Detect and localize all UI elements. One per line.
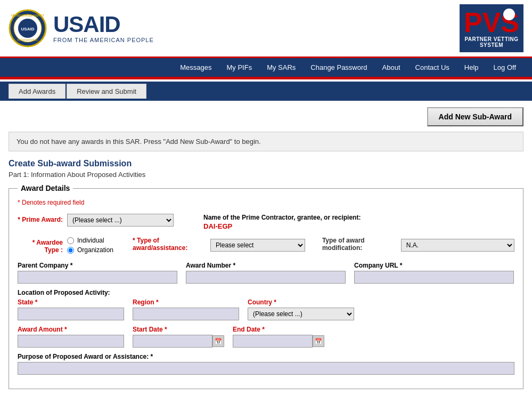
- prime-award-label: * Prime Award:: [18, 216, 63, 223]
- type-award-select[interactable]: Please select: [210, 239, 305, 252]
- purpose-label: Purpose of Proposed Award or Assistance:…: [18, 353, 514, 360]
- region-label: Region *: [133, 299, 239, 306]
- red-separator: [0, 77, 532, 79]
- award-amount-group: Award Amount *: [18, 326, 124, 348]
- award-amount-label-text: Award Amount *: [18, 326, 67, 333]
- type-mod-label: Type of award modification:: [322, 237, 397, 252]
- add-button-row: Add New Sub-Award: [9, 107, 523, 126]
- awardee-individual-radio[interactable]: [67, 237, 74, 244]
- usaid-name: USAID: [53, 13, 154, 36]
- company-url-label: Company URL *: [354, 262, 514, 269]
- awardee-type-row: * Awardee Type : Individual Organization…: [18, 237, 514, 255]
- nav-my-pifs[interactable]: My PIFs: [219, 58, 259, 77]
- awardee-organization-radio[interactable]: [67, 247, 74, 254]
- prime-contractor-group: Name of the Prime Contractor, grantee, o…: [203, 214, 361, 230]
- end-date-label-text: End Date *: [233, 326, 265, 333]
- country-group: Country * (Please select ...): [248, 299, 354, 320]
- location-row: State * Region * Country * (Please selec…: [18, 299, 514, 320]
- location-section: Location of Proposed Activity: State * R…: [18, 289, 514, 320]
- info-message-text: You do not have any awards in this SAR. …: [17, 138, 261, 146]
- part-title: Part 1: Information About Proposed Activ…: [9, 171, 523, 179]
- pvs-logo: PVS PARTNER VETTING SYSTEM: [460, 4, 523, 52]
- end-date-calendar-icon[interactable]: 📅: [313, 335, 324, 347]
- company-url-group: Company URL *: [354, 262, 514, 284]
- prime-contractor-info: Name of the Prime Contractor, grantee, o…: [203, 214, 361, 230]
- nav-log-off[interactable]: Log Off: [486, 58, 523, 77]
- region-group: Region *: [133, 299, 239, 320]
- svg-text:UNITED STATES AGENCY: UNITED STATES AGENCY: [11, 14, 44, 17]
- prime-award-select[interactable]: (Please select ...): [67, 214, 174, 227]
- start-date-input[interactable]: [133, 335, 212, 348]
- purpose-row: Purpose of Proposed Award or Assistance:…: [18, 353, 514, 375]
- award-details-section: Award Details * Denotes required field *…: [9, 184, 523, 389]
- award-details-legend: Award Details: [18, 184, 73, 192]
- parent-company-label: Parent Company *: [18, 262, 177, 269]
- info-message-box: You do not have any awards in this SAR. …: [9, 132, 523, 151]
- parent-company-group: Parent Company *: [18, 262, 177, 284]
- type-award-label: * Type of award/assistance:: [133, 237, 206, 252]
- tab-add-awards[interactable]: Add Awards: [9, 84, 66, 99]
- awardee-organization-label: Organization: [77, 246, 113, 254]
- type-mod-select[interactable]: N.A.: [401, 239, 514, 252]
- logo-section: USAID UNITED STATES AGENCY INTERNATIONAL…: [9, 9, 154, 47]
- country-select[interactable]: (Please select ...): [248, 308, 354, 320]
- prime-contractor-label: Name of the Prime Contractor, grantee, o…: [203, 214, 361, 221]
- usaid-seal-icon: USAID UNITED STATES AGENCY INTERNATIONAL: [9, 9, 47, 47]
- end-date-wrap: 📅: [233, 335, 324, 348]
- parent-company-row: Parent Company * Award Number * Company …: [18, 262, 514, 284]
- end-date-input[interactable]: [233, 335, 313, 348]
- state-group: State *: [18, 299, 124, 320]
- prime-contractor-value: DAI-EGP: [203, 222, 361, 230]
- start-date-group: Start Date * 📅: [133, 326, 224, 348]
- company-url-input[interactable]: [354, 271, 514, 284]
- prime-award-row: * Prime Award: (Please select ...) Name …: [18, 214, 514, 230]
- parent-company-input[interactable]: [18, 271, 177, 284]
- page-title: Create Sub-award Submission: [9, 159, 523, 168]
- awardee-type-radios: Individual Organization: [67, 237, 113, 254]
- type-mod-group: Type of award modification: N.A.: [322, 237, 514, 253]
- svg-text:USAID: USAID: [21, 27, 35, 31]
- award-amount-label: Award Amount *: [18, 326, 124, 333]
- nav-messages[interactable]: Messages: [173, 58, 219, 77]
- region-input[interactable]: [133, 308, 239, 320]
- start-date-label: Start Date *: [133, 326, 224, 333]
- add-new-sub-award-button[interactable]: Add New Sub-Award: [427, 107, 523, 126]
- nav-change-password[interactable]: Change Password: [303, 58, 374, 77]
- purpose-input[interactable]: [18, 362, 514, 375]
- award-number-label: Award Number *: [186, 262, 346, 269]
- award-number-input[interactable]: [186, 271, 346, 284]
- state-input[interactable]: [18, 308, 124, 320]
- award-number-group: Award Number *: [186, 262, 346, 284]
- country-label: Country *: [248, 299, 354, 306]
- usaid-brand: USAID FROM THE AMERICAN PEOPLE: [53, 13, 154, 43]
- amount-date-row: Award Amount * Start Date * 📅 End Date *…: [18, 326, 514, 348]
- start-date-label-text: Start Date *: [133, 326, 167, 333]
- start-date-calendar-icon[interactable]: 📅: [212, 335, 224, 347]
- tab-bar: Add Awards Review and Submit: [0, 82, 532, 101]
- type-award-group: * Type of award/assistance: Please selec…: [133, 237, 305, 253]
- state-label: State *: [18, 299, 124, 306]
- awardee-individual-option: Individual: [67, 237, 113, 244]
- end-date-label: End Date *: [233, 326, 324, 333]
- nav-help[interactable]: Help: [457, 58, 486, 77]
- awardee-type-label: * Awardee Type :: [18, 237, 63, 254]
- nav-about[interactable]: About: [375, 58, 408, 77]
- main-content: Add New Sub-Award You do not have any aw…: [0, 101, 532, 395]
- awardee-type-group: * Awardee Type : Individual Organization: [18, 237, 113, 255]
- location-label: Location of Proposed Activity:: [18, 289, 514, 296]
- nav-my-sars[interactable]: My SARs: [259, 58, 303, 77]
- pvs-dot-icon: [503, 9, 515, 20]
- tab-review-submit[interactable]: Review and Submit: [67, 84, 146, 99]
- prime-award-group: * Prime Award: (Please select ...): [18, 214, 174, 227]
- page-header: USAID UNITED STATES AGENCY INTERNATIONAL…: [0, 0, 532, 58]
- country-label-text: Country *: [248, 299, 276, 306]
- usaid-subtitle: FROM THE AMERICAN PEOPLE: [53, 37, 154, 43]
- nav-contact-us[interactable]: Contact Us: [408, 58, 457, 77]
- award-amount-input[interactable]: [18, 335, 124, 348]
- nav-bar: Messages My PIFs My SARs Change Password…: [0, 58, 532, 77]
- region-label-text: Region *: [133, 299, 159, 306]
- end-date-group: End Date * 📅: [233, 326, 324, 348]
- required-note: * Denotes required field: [18, 199, 514, 206]
- pvs-subtitle: PARTNER VETTING SYSTEM: [460, 36, 523, 48]
- svg-text:INTERNATIONAL: INTERNATIONAL: [17, 38, 38, 42]
